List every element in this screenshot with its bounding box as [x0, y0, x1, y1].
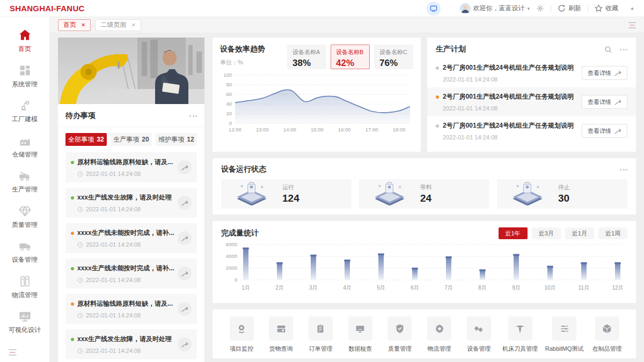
range-button-近3月[interactable]: 近3月: [532, 227, 561, 239]
todo-item-time-row: 2022-01-01 14:24:08: [71, 206, 178, 212]
quick-link-RabbitMQ测试[interactable]: RabbitMQ测试: [545, 316, 584, 353]
more-icon[interactable]: [189, 115, 197, 117]
todo-item-title: 原材料运输线路原料短缺，请及...: [77, 299, 173, 308]
brand-logo: SHANGHAI-FANUC: [10, 4, 84, 13]
quick-link-label: RabbitMQ测试: [545, 345, 584, 353]
status-title: 设备运行状态: [221, 165, 266, 174]
todo-item-title-row: xxxx生产线未能按时完成，请补...: [71, 264, 178, 273]
quick-link-项目监控[interactable]: 项目监控: [225, 316, 258, 353]
refresh-button[interactable]: 刷新: [558, 4, 581, 13]
truck-icon: [18, 239, 32, 253]
todo-list-item[interactable]: 原材料运输线路原料短缺，请及...2022-01-01 14:24:08: [65, 294, 197, 324]
todo-list-item[interactable]: xxxx生产线未能按时完成，请补...2022-01-01 14:24:08: [65, 223, 197, 253]
range-button-近1年[interactable]: 近1年: [499, 227, 528, 239]
bar-chart: 02000400060001月2月3月4月5月6月7月8月9月10月11月12月: [221, 240, 627, 296]
sidebar-item-生产管理[interactable]: 生产管理: [0, 168, 49, 204]
tab-首页[interactable]: 首页✕: [58, 19, 91, 31]
todo-item-title-row: xxx生产线发生故障，请及时处理: [71, 335, 178, 344]
diamond-icon: [18, 204, 32, 218]
sidebar-item-质量管理[interactable]: 质量管理: [0, 204, 49, 239]
view-detail-button[interactable]: 查看详情: [582, 95, 627, 109]
sidebar-collapse-icon[interactable]: [9, 349, 17, 356]
status-box-运行[interactable]: 运行124: [221, 179, 352, 209]
status-box-带料[interactable]: 带料24: [359, 179, 489, 209]
sidebar-item-工厂建模[interactable]: 工厂建模: [0, 98, 49, 134]
svg-text:0: 0: [229, 120, 232, 126]
favorite-button[interactable]: 收藏: [595, 4, 618, 13]
status-value: 30: [558, 193, 570, 204]
goto-arrow-button[interactable]: [178, 267, 192, 280]
goto-arrow-button[interactable]: [178, 231, 192, 245]
sidebar-item-仓储管理[interactable]: 仓储管理: [0, 134, 49, 169]
quick-link-数据核查[interactable]: 数据核查: [344, 316, 376, 353]
svg-text:20: 20: [226, 110, 232, 116]
close-icon[interactable]: ✕: [131, 22, 135, 28]
svg-text:6000: 6000: [226, 241, 237, 247]
quick-link-在制品管理[interactable]: 在制品管理: [591, 316, 623, 353]
svg-text:1月: 1月: [241, 285, 250, 291]
quick-link-机床刀具管理[interactable]: 机床刀具管理: [502, 316, 538, 353]
quick-links-row: 项目监控货物查询订单管理数据核查质量管理物流管理设备管理机床刀具管理Rabbit…: [225, 316, 623, 353]
goto-arrow-button[interactable]: [178, 302, 192, 316]
view-detail-button[interactable]: 查看详情: [582, 124, 627, 138]
device-stat-设备名称B[interactable]: 设备名称B42%: [331, 45, 370, 69]
sidebar-item-可视化设计[interactable]: 可视化设计: [0, 309, 49, 344]
arrow-right-icon: [614, 128, 621, 134]
device-stat-设备名称A[interactable]: 设备名称A38%: [287, 45, 326, 69]
quick-link-质量管理[interactable]: 质量管理: [384, 316, 416, 353]
tab-二级页面[interactable]: 二级页面✕: [95, 19, 141, 31]
quick-link-设备管理[interactable]: 设备管理: [463, 316, 495, 353]
collapse-header-icon[interactable]: ▲: [630, 6, 634, 11]
device-stat-设备名称C[interactable]: 设备名称C76%: [374, 45, 413, 69]
quick-link-物流管理[interactable]: 物流管理: [423, 316, 456, 353]
status-box-停止[interactable]: 停止30: [497, 179, 627, 209]
todo-filter-全部事项[interactable]: 全部事项32: [65, 133, 107, 146]
more-icon[interactable]: [620, 49, 627, 50]
search-icon[interactable]: [604, 46, 612, 54]
quick-link-订单管理[interactable]: 订单管理: [304, 316, 336, 353]
todo-item-title-row: xxxx生产线未能按时完成，请补...: [71, 228, 178, 238]
tab-menu-icon[interactable]: [628, 22, 636, 28]
user-menu[interactable]: 欢迎你，蓝蓝设计 ▾: [460, 3, 530, 14]
plan-list-item[interactable]: 2号厂房001生产线24号机组生产任务规划说明2022-01-01 14:24:…: [427, 58, 636, 87]
more-icon[interactable]: [620, 169, 627, 171]
plan-list-item[interactable]: 2号厂房001生产线24号机组生产任务规划说明2022-01-01 14:24:…: [427, 116, 636, 145]
dashboard-icon[interactable]: [427, 2, 441, 16]
refresh-icon: [558, 4, 566, 12]
production-truck-icon: [18, 168, 32, 183]
goto-arrow-button[interactable]: [178, 160, 192, 174]
todo-list-item[interactable]: xxx生产线发生故障，请及时处理2022-01-01 14:24:08: [65, 188, 197, 218]
close-icon[interactable]: ✕: [81, 22, 85, 28]
todo-filter-生产事项[interactable]: 生产事项20: [111, 133, 152, 146]
svg-text:15:00: 15:00: [311, 127, 324, 132]
plan-list-item[interactable]: 2号厂房001生产线24号机组生产任务规划说明2022-01-01 14:24:…: [427, 87, 636, 116]
device-stat-boxes: 设备名称A38%设备名称B42%设备名称C76%: [287, 45, 413, 69]
view-detail-button[interactable]: 查看详情: [582, 66, 627, 80]
device-name: 设备名称B: [336, 48, 364, 56]
tool-icon: [508, 316, 532, 341]
todo-list-item[interactable]: xxx生产线发生故障，请及时处理2022-01-01 14:24:08: [65, 329, 197, 359]
range-button-近1周[interactable]: 近1周: [598, 227, 627, 239]
sidebar-item-首页[interactable]: 首页: [0, 28, 49, 63]
goto-arrow-button[interactable]: [178, 196, 192, 210]
todo-filter-维护事项[interactable]: 维护事项12: [156, 133, 197, 146]
sidebar-item-设备管理[interactable]: 设备管理: [0, 239, 49, 274]
plan-item-title: 2号厂房001生产线24号机组生产任务规划说明: [443, 121, 574, 130]
gray-status-dot: [436, 124, 439, 128]
svg-text:60: 60: [226, 91, 232, 97]
todo-list-item[interactable]: xxxx生产线未能按时完成，请补...2022-01-01 14:24:08: [65, 258, 197, 289]
todo-filters: 全部事项32生产事项20维护事项12: [58, 127, 204, 149]
todo-list-item[interactable]: 原材料运输线路原料短缺，请及...2022-01-01 14:24:08: [65, 152, 197, 182]
arrow-right-icon: [614, 99, 621, 105]
gear-icon[interactable]: [536, 4, 544, 12]
svg-text:4月: 4月: [343, 285, 352, 291]
plan-item-time: 2022-01-01 14:24:08: [436, 134, 582, 141]
main-area: 首页✕二级页面✕: [50, 17, 644, 362]
todo-item-title: xxxx生产线未能按时完成，请补...: [77, 264, 174, 273]
quick-link-货物查询[interactable]: 货物查询: [265, 316, 297, 353]
sidebar-item-系统管理[interactable]: 系统管理: [0, 63, 49, 99]
range-button-近1月[interactable]: 近1月: [565, 227, 594, 239]
sidebar-item-物流管理[interactable]: 物流管理: [0, 274, 49, 309]
goto-arrow-button[interactable]: [178, 337, 192, 351]
todo-item-title: xxx生产线发生故障，请及时处理: [77, 193, 172, 202]
